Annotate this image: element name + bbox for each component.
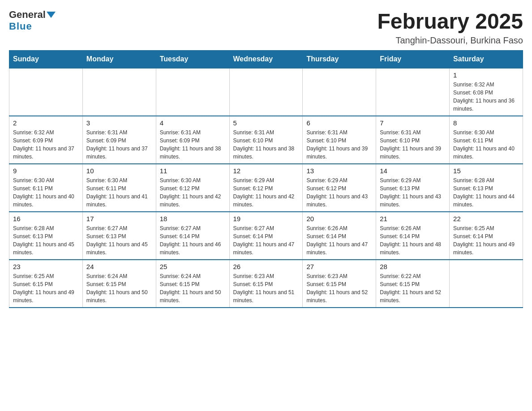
calendar-cell — [376, 68, 450, 116]
day-number: 17 — [86, 215, 152, 223]
day-number: 16 — [13, 215, 79, 223]
calendar-cell: 18Sunrise: 6:27 AMSunset: 6:14 PMDayligh… — [156, 212, 229, 260]
calendar-cell: 11Sunrise: 6:30 AMSunset: 6:12 PMDayligh… — [156, 164, 229, 212]
day-info: Sunrise: 6:32 AMSunset: 6:08 PMDaylight:… — [453, 81, 519, 113]
calendar-cell: 27Sunrise: 6:23 AMSunset: 6:15 PMDayligh… — [303, 260, 376, 308]
day-number: 24 — [86, 263, 152, 270]
calendar-cell: 6Sunrise: 6:31 AMSunset: 6:10 PMDaylight… — [303, 116, 376, 164]
day-info: Sunrise: 6:29 AMSunset: 6:12 PMDaylight:… — [306, 176, 372, 209]
day-info: Sunrise: 6:23 AMSunset: 6:15 PMDaylight:… — [306, 272, 372, 304]
day-info: Sunrise: 6:29 AMSunset: 6:12 PMDaylight:… — [233, 176, 299, 209]
calendar-cell: 8Sunrise: 6:30 AMSunset: 6:11 PMDaylight… — [450, 116, 523, 164]
calendar-cell: 19Sunrise: 6:27 AMSunset: 6:14 PMDayligh… — [229, 212, 303, 260]
calendar-cell: 24Sunrise: 6:24 AMSunset: 6:15 PMDayligh… — [82, 260, 156, 308]
day-info: Sunrise: 6:28 AMSunset: 6:13 PMDaylight:… — [453, 176, 519, 209]
calendar-cell: 13Sunrise: 6:29 AMSunset: 6:12 PMDayligh… — [303, 164, 376, 212]
calendar-header-monday: Monday — [82, 51, 156, 68]
calendar-cell: 22Sunrise: 6:25 AMSunset: 6:14 PMDayligh… — [450, 212, 523, 260]
logo-general-text: General — [9, 9, 46, 21]
day-info: Sunrise: 6:22 AMSunset: 6:15 PMDaylight:… — [380, 272, 446, 304]
calendar-cell: 20Sunrise: 6:26 AMSunset: 6:14 PMDayligh… — [303, 212, 376, 260]
day-info: Sunrise: 6:31 AMSunset: 6:10 PMDaylight:… — [233, 128, 299, 161]
day-info: Sunrise: 6:27 AMSunset: 6:14 PMDaylight:… — [160, 224, 226, 257]
day-info: Sunrise: 6:28 AMSunset: 6:13 PMDaylight:… — [13, 224, 79, 257]
calendar-cell — [229, 68, 303, 116]
day-info: Sunrise: 6:31 AMSunset: 6:10 PMDaylight:… — [306, 128, 372, 161]
calendar-week-1: 1Sunrise: 6:32 AMSunset: 6:08 PMDaylight… — [9, 68, 523, 116]
day-number: 7 — [380, 119, 446, 127]
logo: General Blue — [9, 9, 56, 32]
calendar-header-thursday: Thursday — [303, 51, 376, 68]
page-header: General Blue February 2025 Tanghin-Dasso… — [9, 9, 523, 46]
day-info: Sunrise: 6:30 AMSunset: 6:12 PMDaylight:… — [160, 176, 226, 209]
calendar-table: SundayMondayTuesdayWednesdayThursdayFrid… — [9, 50, 523, 308]
calendar-header-friday: Friday — [376, 51, 450, 68]
day-number: 6 — [306, 119, 372, 127]
day-number: 27 — [306, 263, 372, 270]
calendar-week-4: 16Sunrise: 6:28 AMSunset: 6:13 PMDayligh… — [9, 212, 523, 260]
calendar-cell — [9, 68, 83, 116]
day-number: 3 — [86, 119, 152, 127]
day-info: Sunrise: 6:30 AMSunset: 6:11 PMDaylight:… — [86, 176, 152, 209]
day-number: 1 — [453, 71, 519, 79]
day-info: Sunrise: 6:24 AMSunset: 6:15 PMDaylight:… — [160, 272, 226, 304]
day-number: 26 — [233, 263, 299, 270]
calendar-cell: 3Sunrise: 6:31 AMSunset: 6:09 PMDaylight… — [82, 116, 156, 164]
day-number: 15 — [453, 167, 519, 175]
day-number: 10 — [86, 167, 152, 175]
calendar-cell: 23Sunrise: 6:25 AMSunset: 6:15 PMDayligh… — [9, 260, 83, 308]
calendar-cell: 15Sunrise: 6:28 AMSunset: 6:13 PMDayligh… — [450, 164, 523, 212]
day-info: Sunrise: 6:25 AMSunset: 6:15 PMDaylight:… — [13, 272, 79, 304]
calendar-cell: 21Sunrise: 6:26 AMSunset: 6:14 PMDayligh… — [376, 212, 450, 260]
calendar-cell: 2Sunrise: 6:32 AMSunset: 6:09 PMDaylight… — [9, 116, 83, 164]
calendar-header-sunday: Sunday — [9, 51, 83, 68]
day-number: 28 — [380, 263, 446, 270]
calendar-cell — [156, 68, 229, 116]
calendar-week-5: 23Sunrise: 6:25 AMSunset: 6:15 PMDayligh… — [9, 260, 523, 308]
day-number: 4 — [160, 119, 226, 127]
calendar-cell — [82, 68, 156, 116]
title-area: February 2025 Tanghin-Dassouri, Burkina … — [377, 9, 523, 46]
day-number: 9 — [13, 167, 79, 175]
day-info: Sunrise: 6:25 AMSunset: 6:14 PMDaylight:… — [453, 224, 519, 257]
calendar-cell: 10Sunrise: 6:30 AMSunset: 6:11 PMDayligh… — [82, 164, 156, 212]
calendar-cell: 9Sunrise: 6:30 AMSunset: 6:11 PMDaylight… — [9, 164, 83, 212]
calendar-cell: 4Sunrise: 6:31 AMSunset: 6:09 PMDaylight… — [156, 116, 229, 164]
day-info: Sunrise: 6:32 AMSunset: 6:09 PMDaylight:… — [13, 128, 79, 161]
day-number: 25 — [160, 263, 226, 270]
day-number: 19 — [233, 215, 299, 223]
day-number: 8 — [453, 119, 519, 127]
calendar-cell: 5Sunrise: 6:31 AMSunset: 6:10 PMDaylight… — [229, 116, 303, 164]
day-info: Sunrise: 6:26 AMSunset: 6:14 PMDaylight:… — [306, 224, 372, 257]
day-info: Sunrise: 6:24 AMSunset: 6:15 PMDaylight:… — [86, 272, 152, 304]
calendar-cell: 12Sunrise: 6:29 AMSunset: 6:12 PMDayligh… — [229, 164, 303, 212]
day-number: 5 — [233, 119, 299, 127]
day-number: 11 — [160, 167, 226, 175]
calendar-cell: 26Sunrise: 6:23 AMSunset: 6:15 PMDayligh… — [229, 260, 303, 308]
day-number: 2 — [13, 119, 79, 127]
calendar-cell: 25Sunrise: 6:24 AMSunset: 6:15 PMDayligh… — [156, 260, 229, 308]
calendar-cell — [303, 68, 376, 116]
day-number: 13 — [306, 167, 372, 175]
calendar-header-row: SundayMondayTuesdayWednesdayThursdayFrid… — [9, 51, 523, 68]
day-info: Sunrise: 6:23 AMSunset: 6:15 PMDaylight:… — [233, 272, 299, 304]
day-info: Sunrise: 6:27 AMSunset: 6:14 PMDaylight:… — [233, 224, 299, 257]
calendar-header-saturday: Saturday — [450, 51, 523, 68]
day-info: Sunrise: 6:30 AMSunset: 6:11 PMDaylight:… — [453, 128, 519, 161]
calendar-week-3: 9Sunrise: 6:30 AMSunset: 6:11 PMDaylight… — [9, 164, 523, 212]
day-info: Sunrise: 6:31 AMSunset: 6:09 PMDaylight:… — [86, 128, 152, 161]
day-info: Sunrise: 6:29 AMSunset: 6:13 PMDaylight:… — [380, 176, 446, 209]
location-text: Tanghin-Dassouri, Burkina Faso — [377, 35, 523, 46]
day-info: Sunrise: 6:31 AMSunset: 6:10 PMDaylight:… — [380, 128, 446, 161]
calendar-cell: 17Sunrise: 6:27 AMSunset: 6:13 PMDayligh… — [82, 212, 156, 260]
logo-arrow-icon — [47, 12, 56, 18]
calendar-header-wednesday: Wednesday — [229, 51, 303, 68]
day-number: 22 — [453, 215, 519, 223]
calendar-cell — [450, 260, 523, 308]
month-title: February 2025 — [377, 9, 523, 34]
calendar-cell: 28Sunrise: 6:22 AMSunset: 6:15 PMDayligh… — [376, 260, 450, 308]
logo-blue-text: Blue — [9, 21, 32, 32]
day-info: Sunrise: 6:30 AMSunset: 6:11 PMDaylight:… — [13, 176, 79, 209]
calendar-week-2: 2Sunrise: 6:32 AMSunset: 6:09 PMDaylight… — [9, 116, 523, 164]
day-number: 23 — [13, 263, 79, 270]
